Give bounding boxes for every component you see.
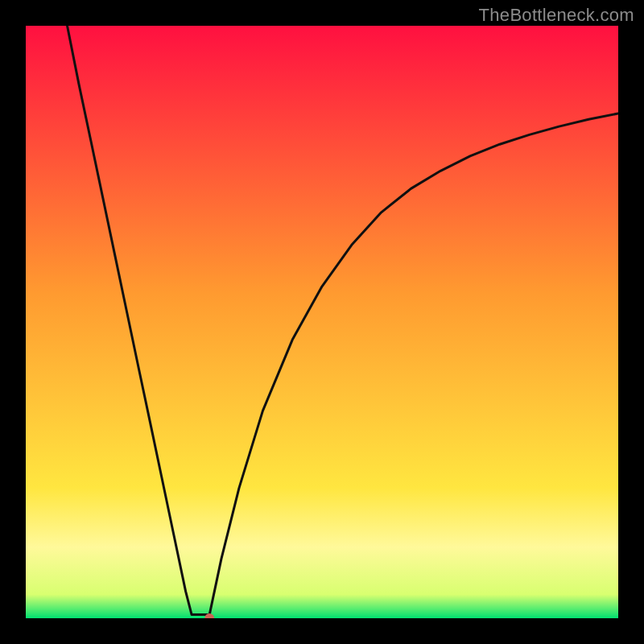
watermark-text: TheBottleneck.com bbox=[479, 5, 634, 26]
chart-frame bbox=[26, 26, 618, 618]
gradient-background bbox=[26, 26, 618, 618]
bottleneck-chart bbox=[26, 26, 618, 618]
